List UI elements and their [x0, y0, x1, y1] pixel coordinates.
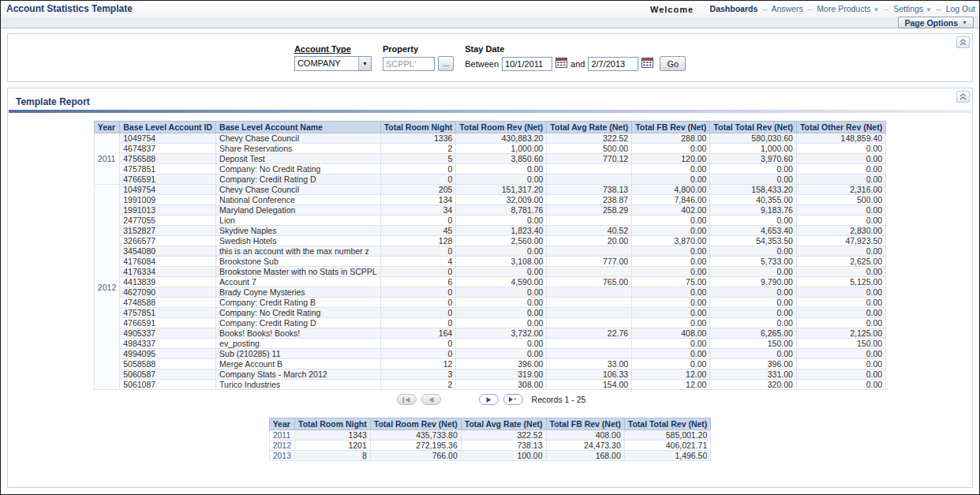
- avg-rate-cell: [547, 174, 632, 185]
- other-rev-cell: 0.00: [796, 318, 885, 328]
- account-name-cell: Company: Credit Rating D: [216, 318, 381, 328]
- other-rev-cell: 500.00: [796, 195, 885, 205]
- room-night-cell: 0: [380, 246, 456, 257]
- account-name-cell: Turico Industries: [216, 380, 381, 390]
- table-row: 4176334Brookstone Master with no Stats i…: [94, 267, 885, 277]
- summary-value-cell: 8: [295, 451, 371, 461]
- summary-value-cell: 24,473.30: [546, 441, 624, 451]
- property-input[interactable]: [383, 57, 435, 71]
- room-rev-cell: 0.00: [456, 308, 547, 318]
- filter-row: Account Type COMPANY ▼ Property ... Stay…: [8, 34, 972, 81]
- total-rev-cell: 0.00: [710, 308, 797, 318]
- room-night-cell: 134: [380, 195, 456, 205]
- total-rev-cell: 3,970.60: [710, 154, 797, 164]
- avg-rate-cell: 22.76: [547, 328, 632, 339]
- table-row: 4627090Brady Coyne Mysteries00.000.000.0…: [94, 287, 885, 298]
- collapse-panel-button[interactable]: [956, 91, 970, 103]
- account-name-cell: Maryland Delegation: [216, 205, 381, 216]
- nav-settings-link[interactable]: Settings ▼: [893, 4, 932, 13]
- nav-log-out-link[interactable]: Log Out: [946, 4, 975, 13]
- summary-value-cell: 1,496.50: [624, 451, 711, 461]
- account-id-cell: 3266577: [120, 236, 216, 246]
- fb-rev-cell: 0.00: [632, 164, 710, 174]
- summary-value-cell: 168.00: [546, 451, 624, 461]
- room-night-cell: 34: [380, 205, 456, 216]
- chevron-down-icon: ▼: [962, 20, 967, 25]
- account-type-select[interactable]: COMPANY ▼: [294, 56, 372, 71]
- global-nav: Dashboards – Answers – More Products ▼ –…: [710, 4, 975, 13]
- table-row: 5061087Turico Industries2308.00154.0012.…: [94, 380, 885, 390]
- other-rev-cell: 0.00: [796, 164, 885, 174]
- account-id-cell: 4757851: [120, 308, 216, 318]
- account-id-cell: 4757851: [120, 164, 216, 174]
- total-rev-cell: 0.00: [710, 164, 797, 174]
- dashboard-page: Account Statistics Template Welcome Dash…: [0, 0, 980, 495]
- date-to-input[interactable]: [588, 57, 638, 71]
- account-name-cell: Skydive Naples: [216, 226, 381, 236]
- stay-date-label: Stay Date: [465, 44, 686, 54]
- account-name-cell: Merge Account B: [216, 359, 381, 369]
- account-name-cell: National Conference: [216, 195, 381, 205]
- room-night-cell: 205: [380, 185, 456, 195]
- room-rev-cell: 308.00: [456, 380, 547, 390]
- table-row: 20121049754Chevy Chase Council205151,317…: [94, 185, 885, 195]
- table-row: 4984337ev_posting00.000.00150.00150.00: [94, 339, 885, 349]
- total-rev-cell: 320.00: [710, 380, 797, 390]
- nav-answers-link[interactable]: Answers: [771, 4, 802, 13]
- room-rev-cell: 3,850.60: [456, 154, 547, 164]
- calendar-icon[interactable]: [555, 57, 567, 71]
- table-header-row: YearTotal Room NightTotal Room Rev (Net)…: [269, 418, 711, 430]
- account-name-cell: Chevy Chase Council: [216, 185, 381, 195]
- avg-rate-cell: [547, 349, 632, 359]
- room-night-cell: 0: [380, 349, 456, 359]
- other-rev-cell: 0.00: [796, 359, 885, 369]
- other-rev-cell: 0.00: [796, 205, 885, 216]
- fb-rev-cell: 0.00: [632, 174, 710, 185]
- avg-rate-cell: [547, 216, 632, 226]
- fb-rev-cell: 288.00: [632, 133, 710, 144]
- calendar-icon[interactable]: [641, 57, 653, 71]
- and-label: and: [570, 59, 585, 69]
- room-rev-cell: 0.00: [456, 339, 547, 349]
- total-rev-cell: 158,433.20: [710, 185, 797, 195]
- fb-rev-cell: 7,846.00: [632, 195, 710, 205]
- avg-rate-cell: 770.12: [547, 154, 632, 164]
- avg-rate-cell: 322.52: [547, 133, 632, 144]
- other-rev-cell: 0.00: [796, 369, 885, 380]
- account-name-cell: Deposit Test: [216, 154, 381, 164]
- table-row: 4413839Account 764,590.00765.0075.009,79…: [94, 277, 885, 287]
- account-name-cell: Swedish Hotels: [216, 236, 381, 246]
- total-rev-cell: 0.00: [710, 287, 797, 298]
- room-night-cell: 0: [380, 267, 456, 277]
- summary-row: 20121201272,195.36738.1324,473.30406,021…: [269, 441, 711, 451]
- welcome-label: Welcome: [650, 5, 694, 14]
- account-name-cell: Sub (210285) 11: [216, 349, 381, 359]
- last-page-button[interactable]: *: [503, 394, 523, 405]
- fb-rev-cell: 0.00: [632, 349, 710, 359]
- avg-rate-cell: [547, 246, 632, 257]
- page-options-button[interactable]: Page Options ▼: [898, 17, 974, 28]
- column-header: Base Level Account ID: [120, 122, 216, 133]
- go-button[interactable]: Go: [660, 56, 686, 71]
- page-title: Account Statistics Template: [6, 3, 133, 14]
- nav-dashboards-link[interactable]: Dashboards: [710, 4, 758, 13]
- table-row: 4757851Company: No Credit Rating00.000.0…: [94, 164, 885, 174]
- avg-rate-cell: [547, 308, 632, 318]
- total-rev-cell: 0.00: [710, 216, 797, 226]
- other-rev-cell: 0.00: [796, 308, 885, 318]
- nav-more-products-link[interactable]: More Products ▼: [817, 4, 879, 13]
- account-type-label: Account Type: [294, 44, 372, 54]
- account-name-cell: Company: Credit Rating B: [216, 298, 381, 308]
- property-browse-button[interactable]: ...: [438, 56, 454, 71]
- other-rev-cell: 0.00: [796, 144, 885, 154]
- room-night-cell: 0: [380, 164, 456, 174]
- account-name-cell: this is an account with the max number z: [216, 246, 381, 257]
- account-name-cell: ev_posting: [216, 339, 381, 349]
- other-rev-cell: 2,625.00: [796, 257, 885, 267]
- date-from-input[interactable]: [502, 57, 552, 71]
- summary-value-cell: 406,021.71: [624, 441, 711, 451]
- table-row: 4905337Books! Books! Books!1643,732.0022…: [94, 328, 885, 339]
- double-chevron-up-icon: [959, 93, 967, 100]
- column-header: Total Avg Rate (Net): [461, 418, 546, 430]
- next-page-button[interactable]: [479, 394, 499, 405]
